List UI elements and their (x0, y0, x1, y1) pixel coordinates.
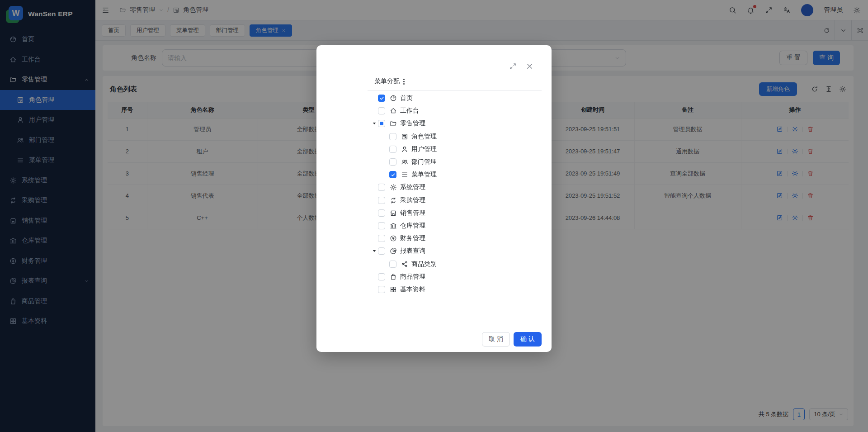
bag-icon (390, 273, 397, 280)
tree-item-retail: 零售管理 (316, 117, 552, 130)
menu-assign-modal: 菜单分配 首页工作台零售管理角色管理用户管理部门管理菜单管理系统管理采购管理销售… (316, 45, 552, 352)
modal-title: 菜单分配 (374, 77, 400, 85)
menu-tree: 首页工作台零售管理角色管理用户管理部门管理菜单管理系统管理采购管理销售管理仓库管… (316, 92, 552, 296)
idcard-icon (401, 133, 408, 140)
tree-item-products: 商品管理 (316, 271, 552, 283)
tree-checkbox-workbench[interactable] (378, 107, 385, 114)
tree-checkbox-users[interactable] (389, 146, 396, 153)
folder-icon (390, 120, 397, 127)
tree-item-label: 采购管理 (400, 196, 425, 204)
tree-item-label: 报表查询 (400, 247, 425, 255)
tree-checkbox-reports[interactable] (378, 247, 385, 255)
tree-checkbox-menus[interactable] (389, 171, 396, 178)
tree-item-workbench: 工作台 (316, 104, 552, 117)
tree-item-label: 基本资料 (400, 285, 425, 294)
tree-item-reports: 报表查询 (316, 245, 552, 257)
modal-title-row: 菜单分配 (374, 77, 405, 85)
tree-item-departments: 部门管理 (316, 156, 552, 168)
tree-checkbox-retail[interactable] (378, 120, 385, 127)
tree-item-label: 菜单管理 (411, 171, 437, 179)
tree-item-menus: 菜单管理 (316, 168, 552, 181)
tree-expand-caret[interactable] (371, 248, 378, 254)
tree-checkbox-products[interactable] (378, 273, 385, 280)
bank-icon (390, 222, 397, 229)
tree-checkbox-purchase[interactable] (378, 197, 385, 204)
tree-item-finance: 财务管理 (316, 232, 552, 245)
tree-checkbox-product-category[interactable] (389, 261, 396, 268)
tree-item-purchase: 采购管理 (316, 194, 552, 207)
required-dots-icon (403, 79, 405, 85)
pie-icon (390, 247, 397, 255)
tree-item-product-category: 商品类别 (316, 257, 552, 270)
tree-expand-caret[interactable] (371, 121, 378, 126)
tree-item-label: 首页 (400, 94, 413, 102)
user-icon (401, 146, 408, 153)
modal-close-icon[interactable] (525, 62, 534, 71)
tree-checkbox-finance[interactable] (378, 235, 385, 242)
tree-checkbox-departments[interactable] (389, 158, 396, 166)
tree-item-home: 首页 (316, 92, 552, 104)
tree-item-label: 商品管理 (400, 273, 425, 281)
confirm-button[interactable]: 确 认 (514, 332, 542, 347)
tree-item-label: 零售管理 (400, 119, 425, 128)
tree-item-label: 部门管理 (411, 158, 437, 166)
tree-item-system: 系统管理 (316, 181, 552, 194)
tree-checkbox-warehouse[interactable] (378, 222, 385, 229)
cancel-button[interactable]: 取 消 (482, 332, 510, 347)
menu-icon (401, 171, 408, 178)
tree-item-label: 商品类别 (411, 260, 437, 268)
tree-checkbox-roles[interactable] (389, 133, 396, 140)
tree-item-label: 工作台 (400, 107, 419, 115)
tree-item-label: 销售管理 (400, 209, 425, 217)
modal-expand-icon[interactable] (509, 62, 517, 70)
tree-checkbox-home[interactable] (378, 95, 385, 102)
sync-icon (390, 197, 397, 204)
dashboard-icon (390, 95, 397, 102)
tree-item-users: 用户管理 (316, 143, 552, 156)
gear-icon (390, 184, 397, 191)
tree-item-label: 用户管理 (411, 145, 437, 153)
tree-item-warehouse: 仓库管理 (316, 219, 552, 232)
tree-item-label: 仓库管理 (400, 222, 425, 230)
shop-icon (390, 209, 397, 217)
tree-item-sales: 销售管理 (316, 207, 552, 219)
tree-item-roles: 角色管理 (316, 130, 552, 143)
share-icon (401, 261, 408, 268)
grid-icon (390, 286, 397, 293)
modal-divider (368, 90, 542, 91)
finance-icon (390, 235, 397, 242)
tree-item-label: 系统管理 (400, 183, 425, 191)
home-icon (390, 107, 397, 114)
modal-footer: 取 消 确 认 (482, 332, 542, 347)
tree-item-label: 财务管理 (400, 234, 425, 242)
tree-checkbox-basic-data[interactable] (378, 286, 385, 293)
team-icon (401, 158, 408, 166)
tree-item-basic-data: 基本资料 (316, 283, 552, 296)
tree-item-label: 角色管理 (411, 133, 437, 141)
tree-checkbox-system[interactable] (378, 184, 385, 191)
tree-checkbox-sales[interactable] (378, 209, 385, 217)
